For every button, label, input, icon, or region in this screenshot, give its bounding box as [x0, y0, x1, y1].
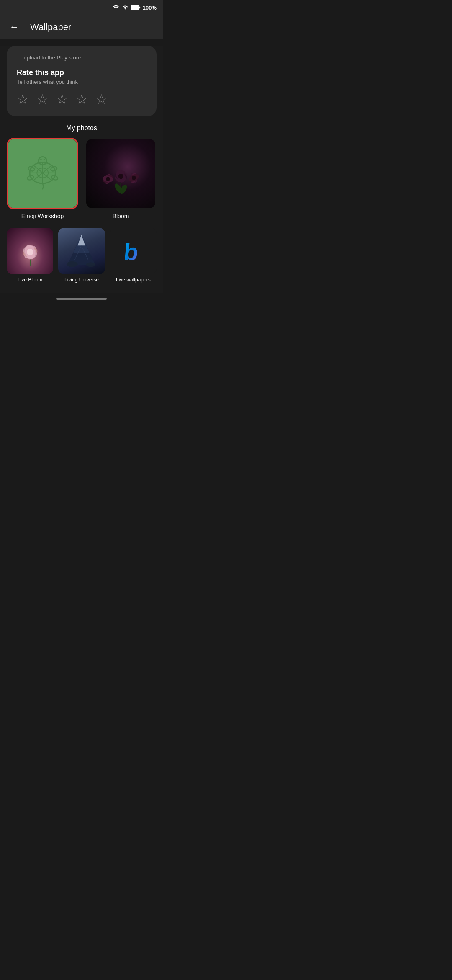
- svg-point-11: [43, 159, 45, 160]
- wallpaper-thumb-emoji-workshop: [7, 138, 78, 209]
- star-1[interactable]: ☆: [17, 93, 29, 106]
- star-3[interactable]: ☆: [56, 93, 68, 106]
- svg-point-45: [67, 261, 78, 267]
- live-bloom-icon: [14, 235, 46, 268]
- bloom-label: Bloom: [113, 213, 129, 219]
- svg-marker-42: [78, 235, 85, 246]
- wallpaper-thumb-living-universe: [58, 228, 105, 274]
- svg-point-38: [27, 249, 33, 255]
- wifi-icon: [112, 5, 120, 10]
- svg-text:b: b: [123, 239, 140, 263]
- live-bloom-bg: [7, 228, 53, 274]
- upload-text: … upload to the Play store.: [17, 54, 146, 61]
- rate-subtitle: Tell others what you think: [17, 79, 146, 85]
- app-bar: ← Wallpaper: [0, 15, 163, 39]
- rate-card: … upload to the Play store. Rate this ap…: [7, 46, 157, 116]
- svg-rect-2: [139, 7, 140, 8]
- home-indicator: [0, 293, 163, 303]
- star-4[interactable]: ☆: [76, 93, 88, 106]
- svg-point-46: [86, 262, 95, 267]
- my-photos-header: My photos: [7, 124, 157, 132]
- wallpaper-grid-top: Emoji Workshop: [7, 138, 157, 219]
- star-2[interactable]: ☆: [36, 93, 49, 106]
- live-bloom-label: Live Bloom: [18, 277, 42, 283]
- status-icons: 100%: [112, 5, 157, 11]
- living-universe-bg: [58, 228, 105, 274]
- living-universe-label: Living Universe: [64, 277, 99, 283]
- home-bar[interactable]: [56, 298, 107, 300]
- emoji-workshop-label: Emoji Workshop: [21, 213, 64, 219]
- content-area: … upload to the Play store. Rate this ap…: [0, 46, 163, 293]
- emoji-workshop-bg: [8, 139, 77, 208]
- svg-point-26: [106, 177, 110, 181]
- wallpaper-item-bloom[interactable]: Bloom: [85, 138, 157, 219]
- wallpaper-item-living-universe[interactable]: Living Universe: [58, 228, 105, 283]
- bloom-flowers-icon: [95, 148, 147, 200]
- live-wallpapers-label: Live wallpapers: [116, 277, 151, 283]
- battery-icon: [131, 5, 141, 10]
- wallpaper-grid-bottom: Live Bloom: [7, 228, 157, 283]
- wallpaper-item-emoji-workshop[interactable]: Emoji Workshop: [7, 138, 78, 219]
- signal-icon: [122, 5, 128, 10]
- wallpaper-item-live-wallpapers[interactable]: b Live wallpapers: [110, 228, 157, 283]
- svg-point-21: [118, 174, 123, 179]
- bing-bg: b: [110, 228, 157, 274]
- wallpaper-thumb-bloom: [85, 138, 157, 209]
- rate-title: Rate this app: [17, 68, 146, 77]
- battery-percentage: 100%: [143, 5, 157, 11]
- svg-point-30: [131, 175, 136, 180]
- bloom-flowers-visual: [86, 139, 155, 208]
- wallpaper-item-live-bloom[interactable]: Live Bloom: [7, 228, 53, 283]
- back-arrow-icon: ←: [10, 22, 19, 33]
- status-bar: 100%: [0, 0, 163, 15]
- bing-logo-icon: b: [123, 239, 144, 263]
- svg-rect-1: [131, 6, 139, 9]
- page-title: Wallpaper: [30, 22, 71, 33]
- mountain-icon: [63, 232, 100, 270]
- wallpaper-thumb-live-wallpapers: b: [110, 228, 157, 274]
- wallpaper-thumb-live-bloom: [7, 228, 53, 274]
- svg-point-10: [40, 159, 42, 160]
- turtle-icon: [18, 150, 67, 198]
- stars-row: ☆ ☆ ☆ ☆ ☆: [17, 93, 146, 106]
- star-5[interactable]: ☆: [95, 93, 108, 106]
- back-button[interactable]: ←: [7, 20, 22, 35]
- bloom-bg: [86, 139, 155, 208]
